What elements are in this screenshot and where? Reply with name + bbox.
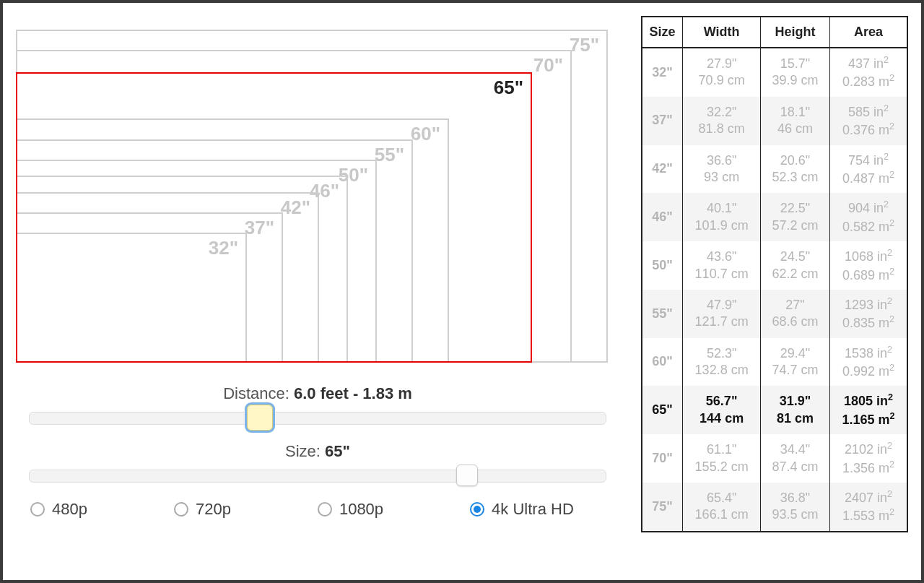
distance-label-text: Distance:: [223, 384, 294, 402]
cell-width: 56.7"144 cm: [683, 386, 761, 434]
radio-icon: [470, 502, 484, 517]
cell-size: 37": [642, 97, 683, 145]
table-header: Area: [829, 17, 907, 48]
distance-label: Distance: 6.0 feet - 1.83 m: [16, 384, 619, 403]
cell-size: 65": [642, 386, 683, 434]
radio-label: 1080p: [339, 500, 383, 519]
cell-width: 43.6"110.7 cm: [683, 241, 761, 290]
cell-height: 24.5"62.2 cm: [761, 241, 830, 290]
resolution-radios: 480p720p1080p4k Ultra HD: [16, 500, 619, 519]
left-panel: 75"70"65"60"55"50"46"42"37"32" Distance:…: [16, 16, 619, 567]
cell-area: 1805 in21.165 m2: [829, 386, 907, 434]
size-slider[interactable]: [29, 470, 606, 483]
resolution-radio-1080p[interactable]: 1080p: [318, 500, 383, 519]
cell-height: 31.9"81 cm: [761, 386, 830, 434]
cell-size: 60": [642, 338, 683, 386]
size-rect-label: 70": [533, 54, 563, 77]
size-label-text: Size:: [285, 442, 325, 460]
table-row: 70"61.1"155.2 cm34.4"87.4 cm2102 in21.35…: [642, 434, 907, 483]
resolution-radio-480p[interactable]: 480p: [30, 500, 87, 519]
cell-width: 32.2"81.8 cm: [683, 97, 761, 145]
table-row: 42"36.6"93 cm20.6"52.3 cm754 in20.487 m2: [642, 145, 907, 194]
distance-slider-thumb[interactable]: [247, 405, 273, 431]
cell-height: 36.8"93.5 cm: [761, 483, 830, 532]
size-diagram: 75"70"65"60"55"50"46"42"37"32": [16, 16, 608, 363]
radio-icon: [30, 502, 45, 517]
cell-area: 2102 in21.356 m2: [829, 434, 907, 483]
cell-area: 437 in20.283 m2: [829, 48, 907, 97]
size-value: 65": [325, 442, 350, 460]
table-row: 50"43.6"110.7 cm24.5"62.2 cm1068 in20.68…: [642, 241, 907, 290]
cell-height: 27"68.6 cm: [761, 290, 830, 338]
cell-area: 1293 in20.835 m2: [829, 290, 907, 338]
cell-area: 585 in20.376 m2: [829, 97, 907, 145]
cell-width: 47.9"121.7 cm: [683, 290, 761, 338]
table-header: Width: [683, 17, 761, 48]
cell-area: 1538 in20.992 m2: [829, 338, 907, 386]
radio-label: 4k Ultra HD: [492, 500, 574, 519]
cell-area: 754 in20.487 m2: [829, 145, 907, 194]
radio-label: 720p: [196, 500, 231, 519]
cell-width: 52.3"132.8 cm: [683, 338, 761, 386]
table-row: 75"65.4"166.1 cm36.8"93.5 cm2407 in21.55…: [642, 483, 907, 532]
controls: Distance: 6.0 feet - 1.83 m Size: 65" 48…: [16, 384, 619, 519]
size-rect-label: 75": [570, 34, 599, 56]
cell-width: 36.6"93 cm: [683, 145, 761, 194]
cell-size: 75": [642, 483, 683, 532]
table-row: 46"40.1"101.9 cm22.5"57.2 cm904 in20.582…: [642, 193, 907, 241]
cell-size: 32": [642, 48, 683, 97]
distance-slider[interactable]: [29, 412, 606, 425]
size-table: SizeWidthHeightArea 32"27.9"70.9 cm15.7"…: [641, 16, 908, 532]
cell-height: 29.4"74.7 cm: [761, 338, 830, 386]
table-row: 65"56.7"144 cm31.9"81 cm1805 in21.165 m2: [642, 386, 907, 434]
table-row: 37"32.2"81.8 cm18.1"46 cm585 in20.376 m2: [642, 97, 907, 145]
cell-size: 55": [642, 290, 683, 338]
table-header: Size: [642, 17, 683, 48]
cell-size: 42": [642, 145, 683, 194]
size-rect-65: 65": [16, 72, 532, 363]
cell-area: 904 in20.582 m2: [829, 193, 907, 241]
cell-size: 46": [642, 193, 683, 241]
size-slider-thumb[interactable]: [456, 465, 478, 486]
radio-icon: [174, 502, 188, 517]
table-row: 32"27.9"70.9 cm15.7"39.9 cm437 in20.283 …: [642, 48, 907, 97]
cell-width: 27.9"70.9 cm: [683, 48, 761, 97]
cell-width: 61.1"155.2 cm: [683, 434, 761, 483]
radio-label: 480p: [52, 500, 87, 519]
cell-size: 50": [642, 241, 683, 290]
size-rect-label: 65": [494, 77, 523, 99]
cell-height: 34.4"87.4 cm: [761, 434, 830, 483]
cell-width: 40.1"101.9 cm: [683, 193, 761, 241]
cell-height: 18.1"46 cm: [761, 97, 830, 145]
radio-icon: [318, 502, 332, 517]
right-panel: SizeWidthHeightArea 32"27.9"70.9 cm15.7"…: [641, 16, 908, 567]
cell-height: 15.7"39.9 cm: [761, 48, 830, 97]
cell-width: 65.4"166.1 cm: [683, 483, 761, 532]
cell-area: 1068 in20.689 m2: [829, 241, 907, 290]
resolution-radio-720p[interactable]: 720p: [174, 500, 231, 519]
cell-area: 2407 in21.553 m2: [829, 483, 907, 532]
resolution-radio-4k-ultra-hd[interactable]: 4k Ultra HD: [470, 500, 574, 519]
cell-size: 70": [642, 434, 683, 483]
distance-value: 6.0 feet - 1.83 m: [294, 384, 412, 402]
table-header: Height: [761, 17, 830, 48]
cell-height: 20.6"52.3 cm: [761, 145, 830, 194]
table-row: 60"52.3"132.8 cm29.4"74.7 cm1538 in20.99…: [642, 338, 907, 386]
size-label: Size: 65": [16, 442, 619, 461]
cell-height: 22.5"57.2 cm: [761, 193, 830, 241]
table-row: 55"47.9"121.7 cm27"68.6 cm1293 in20.835 …: [642, 290, 907, 338]
